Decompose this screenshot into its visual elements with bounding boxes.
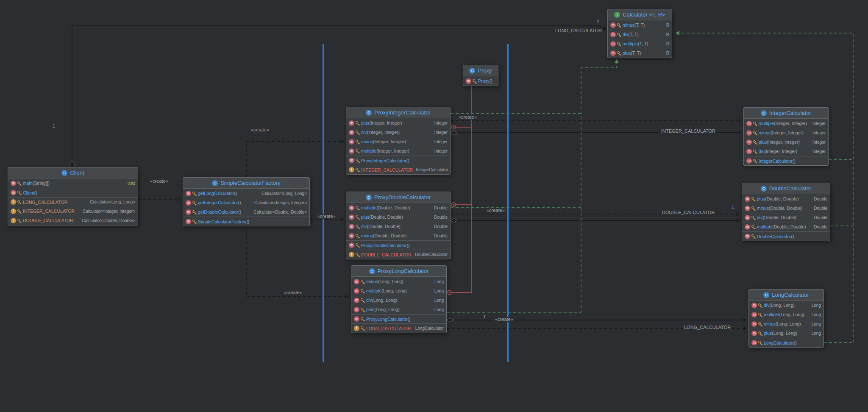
member-params: ()	[490, 78, 492, 84]
class-node-proxyInteger[interactable]: C ProxyIntegerCalculator mplus(Integer, …	[346, 107, 451, 175]
class-icon: C	[469, 68, 475, 74]
member-row[interactable]: mdiv(Double, Double)Double	[346, 222, 450, 231]
class-node-proxy[interactable]: C Proxy mProxy()	[463, 65, 498, 86]
member-row[interactable]: mminus(Integer, Integer)Integer	[346, 137, 450, 146]
member-name: ProxyIntegerCalculator	[361, 158, 406, 163]
member-row[interactable]: mDoubleCalculator()	[742, 231, 830, 241]
class-header[interactable]: C Client	[8, 167, 138, 178]
member-row[interactable]: mProxyDoubleCalculator()	[346, 240, 450, 250]
member-row[interactable]: fDOUBLE_CALCULATORDoubleCalculator	[346, 250, 450, 259]
visibility-key-icon	[751, 234, 755, 239]
member-params: ()	[794, 340, 797, 345]
class-header[interactable]: I Calculator <T, R>	[608, 9, 672, 20]
member-params: (Long, Long)	[772, 331, 797, 336]
member-params: ()	[793, 159, 796, 164]
class-header[interactable]: C Proxy	[463, 65, 498, 76]
member-row[interactable]: mmultiple(Double, Double)Double	[346, 203, 450, 212]
member-row[interactable]: mminus(Integer, Integer)Integer	[744, 128, 828, 137]
class-node-proxyLong[interactable]: C ProxyLongCalculator mminus(Long, Long)…	[351, 265, 447, 333]
swimlane-bar-right[interactable]	[507, 44, 509, 362]
member-row[interactable]: mplus(Double, Double)Double	[346, 212, 450, 222]
member-row[interactable]: fDOUBLE_CALCULATORCalculator<Double, Dou…	[8, 216, 138, 225]
member-row[interactable]: mmultiple(Double, Double)Double	[742, 222, 830, 231]
member-row[interactable]: mdiv(Integer, Integer)Integer	[346, 128, 450, 137]
member-params: (Double, Double)	[376, 205, 410, 210]
member-name: LONG_CALCULATOR	[366, 326, 411, 331]
edge-label-create-proxy-double: «create»	[486, 208, 506, 213]
member-name: DoubleCalculator	[757, 234, 791, 239]
member-row[interactable]: mplus(T, T)R	[608, 48, 672, 58]
member-row[interactable]: mClient()	[8, 188, 138, 197]
class-header[interactable]: C ProxyIntegerCalculator	[346, 107, 450, 118]
member-row[interactable]: mgetDoubleCalculator()Calculator<Double,…	[183, 207, 309, 217]
class-node-client[interactable]: C Client mmain(String[])voidmClient()fLO…	[8, 167, 138, 225]
member-return-type: Calculator<Long, Long>	[87, 200, 135, 204]
class-node-proxyDouble[interactable]: C ProxyDoubleCalculator mmultiple(Double…	[346, 192, 451, 259]
visibility-key-icon	[617, 23, 621, 28]
member-params: (Integer, Integer)	[369, 120, 402, 125]
member-return-type: Double	[431, 224, 448, 229]
member-row[interactable]: mIntegerCalculator()	[744, 156, 828, 165]
member-row[interactable]: mdiv(T, T)R	[608, 30, 672, 39]
class-node-calculator[interactable]: I Calculator <T, R> mminus(T, T)Rmdiv(T,…	[607, 9, 672, 58]
member-name: div	[764, 303, 769, 308]
member-row[interactable]: mmultiple(Long, Long)Long	[351, 286, 446, 295]
member-row[interactable]: mmultiple(Long, Long)Long	[749, 310, 823, 319]
member-row[interactable]: mgetLongCalculator()Calculator<Long, Lon…	[183, 189, 309, 198]
class-header[interactable]: C LongCalculator	[749, 290, 823, 301]
class-header[interactable]: C ProxyLongCalculator	[351, 266, 446, 277]
member-row[interactable]: mplus(Long, Long)Long	[749, 328, 823, 338]
member-row[interactable]: mminus(Double, Double)Double	[742, 203, 830, 213]
member-row[interactable]: mProxyIntegerCalculator()	[346, 156, 450, 165]
class-node-integerCalc[interactable]: C IntegerCalculator mmultiple(Integer, I…	[743, 107, 829, 166]
member-row[interactable]: mmultiple(Integer, Integer)Integer	[744, 119, 828, 128]
method-icon: m	[746, 139, 752, 145]
class-node-doubleCalc[interactable]: C DoubleCalculator mplus(Double, Double)…	[742, 183, 830, 241]
visibility-key-icon	[356, 158, 359, 163]
member-row[interactable]: mdiv(Double, Double)Double	[742, 213, 830, 222]
member-return-type: Long	[431, 298, 444, 303]
member-return-type: Double	[431, 234, 448, 238]
member-row[interactable]: mminus(Long, Long)Long	[351, 277, 446, 286]
member-row[interactable]: mLongCalculator()	[749, 338, 823, 347]
method-icon: m	[745, 206, 750, 211]
method-icon: m	[746, 158, 752, 164]
class-node-factory[interactable]: C SimpleCalculatorFactory mgetLongCalcul…	[183, 177, 310, 226]
swimlane-bar-left[interactable]	[323, 44, 324, 362]
edge-factory-create-proxylong[interactable]	[246, 226, 348, 297]
member-row[interactable]: mdiv(Integer, Integer)Integer	[744, 147, 828, 156]
member-row[interactable]: mminus(Long, Long)Long	[749, 319, 823, 328]
member-row[interactable]: mminus(T, T)R	[608, 20, 672, 30]
member-row[interactable]: mplus(Double, Double)Double	[742, 194, 830, 203]
member-row[interactable]: mdiv(Long, Long)Long	[749, 301, 823, 310]
member-row[interactable]: mmultiple(Integer, Integer)Integer	[346, 146, 450, 156]
member-row[interactable]: mminus(Double, Double)Double	[346, 231, 450, 240]
member-row[interactable]: fLONG_CALCULATORLongCalculator	[351, 323, 446, 333]
member-row[interactable]: mmultiple(T, T)R	[608, 39, 672, 48]
member-row[interactable]: mgetIntegerCalculator()Calculator<Intege…	[183, 198, 309, 207]
member-row[interactable]: mProxy()	[463, 76, 498, 86]
class-header[interactable]: C DoubleCalculator	[742, 183, 830, 194]
class-node-longCalc[interactable]: C LongCalculator mdiv(Long, Long)Longmmu…	[748, 289, 824, 348]
diagram-canvas[interactable]: C Client mmain(String[])voidmClient()fLO…	[0, 0, 868, 412]
member-row[interactable]: mSimpleCalculatorFactory()	[183, 217, 309, 226]
class-header[interactable]: C SimpleCalculatorFactory	[183, 178, 309, 189]
member-row[interactable]: mplus(Integer, Integer)Integer	[346, 118, 450, 128]
member-row[interactable]: mplus(Long, Long)Long	[351, 305, 446, 314]
member-name: main	[23, 181, 33, 186]
member-return-type: Integer	[431, 121, 448, 125]
member-row[interactable]: mmain(String[])void	[8, 178, 138, 188]
member-row[interactable]: mplus(Integer, Integer)Integer	[744, 137, 828, 147]
method-icon: m	[349, 205, 354, 211]
edge-factory-create-proxyinteger[interactable]	[246, 142, 343, 177]
member-row[interactable]: mProxyLongCalculator()	[351, 314, 446, 323]
visibility-key-icon	[17, 200, 21, 204]
member-row[interactable]: fLONG_CALCULATORCalculator<Long, Long>	[8, 197, 138, 206]
member-row[interactable]: fINTEGER_CALCULATORCalculator<Integer, I…	[8, 206, 138, 216]
member-row[interactable]: mdiv(Long, Long)Long	[351, 295, 446, 305]
class-header[interactable]: C IntegerCalculator	[744, 108, 828, 119]
class-header[interactable]: C ProxyDoubleCalculator	[346, 192, 450, 203]
member-row[interactable]: fINTEGER_CALCULATORIntegerCalculator	[346, 165, 450, 174]
visibility-key-icon	[753, 121, 757, 126]
edge-proxies-implement-calculator[interactable]	[581, 59, 617, 313]
